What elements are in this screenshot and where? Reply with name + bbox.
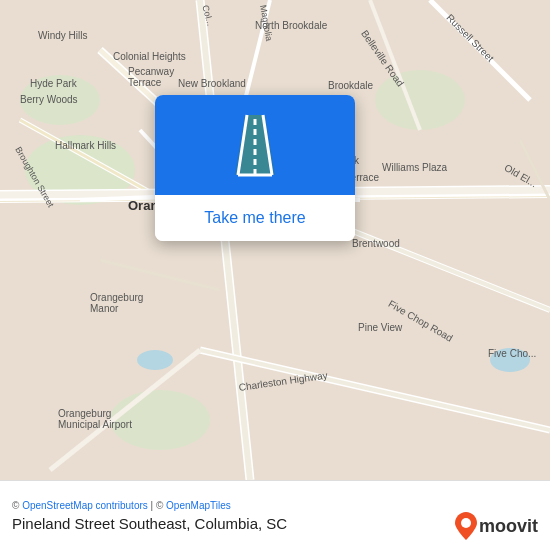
label-windy-hills: Windy Hills [38, 30, 87, 41]
bottom-bar: © OpenStreetMap contributors | © OpenMap… [0, 480, 550, 550]
label-new-brookland: New Brookland [178, 78, 246, 89]
label-five-cho: Five Cho... [488, 348, 536, 359]
road-icon [220, 110, 290, 180]
openmaptiles-link[interactable]: OpenMapTiles [166, 500, 231, 511]
moovit-logo: moovit [455, 512, 538, 540]
svg-point-4 [375, 70, 465, 130]
label-pine-view: Pine View [358, 322, 402, 333]
label-hyde-park: Hyde Park [30, 78, 77, 89]
label-pecanway: PecanwayTerrace [128, 66, 174, 88]
label-brookdale: Brookdale [328, 80, 373, 91]
moovit-pin-icon [455, 512, 477, 540]
moovit-text: moovit [479, 516, 538, 537]
attribution: © OpenStreetMap contributors | © OpenMap… [12, 500, 538, 511]
map-container: Windy Hills Colonial Heights Hyde Park B… [0, 0, 550, 480]
label-colonial-heights: Colonial Heights [113, 51, 186, 62]
take-me-there-button[interactable]: Take me there [155, 195, 355, 241]
svg-point-5 [137, 350, 173, 370]
label-williams-plaza: Williams Plaza [382, 162, 447, 173]
popup-card: Take me there [155, 95, 355, 241]
label-berry-woods: Berry Woods [20, 94, 78, 105]
label-orangeburg-manor: OrangeburgManor [90, 292, 143, 314]
svg-point-38 [461, 518, 471, 528]
popup-header [155, 95, 355, 195]
label-hallmark-hills: Hallmark Hills [55, 140, 116, 151]
openstreetmap-link[interactable]: OpenStreetMap contributors [22, 500, 148, 511]
location-name: Pineland Street Southeast, Columbia, SC [12, 515, 287, 532]
label-orangeburg-airport: OrangeburgMunicipal Airport [58, 408, 132, 430]
label-brentwood: Brentwood [352, 238, 400, 249]
